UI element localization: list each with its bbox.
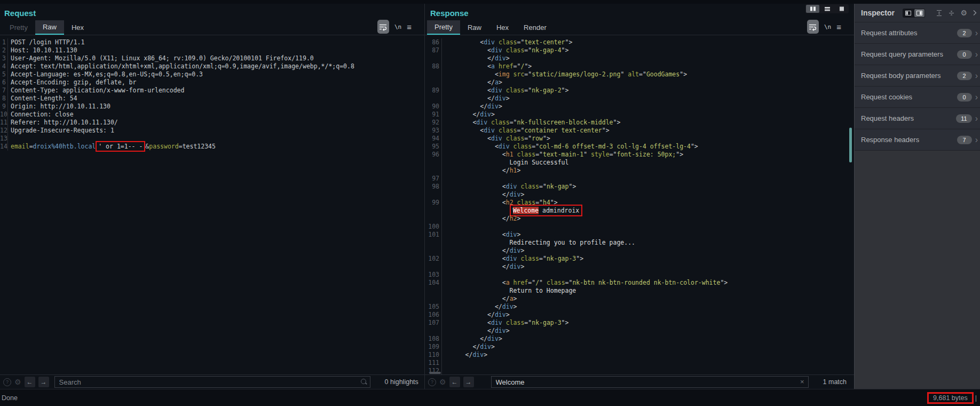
- line-number: 96: [425, 151, 442, 159]
- layout-single-button[interactable]: [835, 5, 848, 13]
- inspector-section-request-headers[interactable]: Request headers11›: [855, 108, 980, 129]
- tab-hex[interactable]: Hex: [489, 20, 516, 35]
- response-vertical-scrollbar-thumb[interactable]: [849, 128, 852, 162]
- response-tabbar: PrettyRawHexRender: [425, 20, 854, 35]
- tab-pretty[interactable]: Pretty: [2, 20, 35, 35]
- line-number: [425, 239, 442, 247]
- request-editor[interactable]: 1POST /login HTTP/1.12Host: 10.10.11.130…: [0, 35, 424, 374]
- code-line: </div>: [425, 263, 854, 271]
- search-next-button[interactable]: →: [38, 377, 49, 387]
- burp-repeater-view: Request PrettyRawHex \n ≡ 1POST /login H…: [0, 0, 980, 406]
- code-line: 103: [425, 271, 854, 279]
- code-line: 106 </div>: [425, 311, 854, 319]
- line-number: [425, 79, 442, 87]
- word-wrap-toggle-button[interactable]: [377, 20, 389, 34]
- code-line: 3User-Agent: Mozilla/5.0 (X11; Linux x86…: [0, 54, 424, 63]
- layout-columns-button[interactable]: [806, 5, 819, 13]
- expand-all-icon[interactable]: [936, 10, 943, 17]
- collapse-all-icon[interactable]: [948, 10, 955, 17]
- inspector-section-request-body-parameters[interactable]: Request body parameters2›: [855, 65, 980, 87]
- line-number: 92: [425, 119, 442, 127]
- search-help-icon[interactable]: ?: [3, 378, 11, 386]
- code-line: 6Accept-Encoding: gzip, deflate, br: [0, 79, 424, 87]
- line-number: 6: [0, 79, 8, 87]
- request-search-bar: ? ⚙ ← → 0 highlights: [0, 374, 424, 389]
- line-number: 110: [425, 351, 442, 359]
- code-line: 1POST /login HTTP/1.1: [0, 38, 424, 46]
- inspector-section-request-attributes[interactable]: Request attributes2›: [855, 22, 980, 44]
- line-number: [425, 159, 442, 167]
- annotation-red-box: ' or 1=1-- -: [96, 141, 145, 152]
- response-panel-title: Response: [430, 9, 469, 18]
- code-line: Welcome admindroix: [425, 207, 854, 215]
- tab-pretty[interactable]: Pretty: [427, 20, 460, 35]
- code-line: 10Connection: close: [0, 111, 424, 119]
- word-wrap-toggle-button[interactable]: [807, 20, 819, 34]
- line-number: 105: [425, 303, 442, 311]
- dock-left-button[interactable]: [903, 9, 913, 17]
- line-number: 9: [0, 103, 8, 111]
- code-line: 2Host: 10.10.11.130: [0, 46, 424, 54]
- show-newlines-toggle[interactable]: \n: [394, 24, 401, 30]
- code-line: 11Referer: http://10.10.11.130/: [0, 119, 424, 127]
- search-next-button[interactable]: →: [463, 377, 474, 387]
- search-settings-gear-icon[interactable]: ⚙: [14, 378, 21, 386]
- code-line: 97: [425, 175, 854, 183]
- code-line: 99 <h2 class="h4">: [425, 199, 854, 207]
- request-search-input[interactable]: [54, 376, 370, 388]
- tab-raw[interactable]: Raw: [35, 20, 64, 35]
- chevron-right-icon: ›: [975, 93, 978, 102]
- dock-right-button[interactable]: [914, 9, 924, 17]
- inspector-section-response-headers[interactable]: Response headers7›: [855, 129, 980, 151]
- search-magnifier-icon: [361, 379, 366, 384]
- response-horizontal-scrollbar-thumb[interactable]: [429, 372, 441, 374]
- response-search-wrap: ×: [491, 376, 809, 388]
- inspector-section-request-cookies[interactable]: Request cookies0›: [855, 87, 980, 108]
- chevron-right-icon: ›: [975, 114, 978, 123]
- code-line: 98 <div class="nk-gap">: [425, 183, 854, 191]
- line-number: [425, 215, 442, 223]
- tab-raw[interactable]: Raw: [460, 20, 489, 35]
- single-layout-icon: [839, 6, 845, 11]
- inspector-settings-gear-icon[interactable]: ⚙: [960, 9, 967, 17]
- code-line: 105 </div>: [425, 303, 854, 311]
- request-search-result: 0 highlights: [385, 378, 418, 386]
- inspector-section-label: Request body parameters: [861, 72, 957, 80]
- inspector-collapse-chevron-icon[interactable]: [973, 10, 977, 16]
- code-line: 7Content-Type: application/x-www-form-ur…: [0, 87, 424, 95]
- dock-right-icon: [916, 11, 922, 15]
- request-panel-title: Request: [4, 9, 36, 18]
- search-help-icon[interactable]: ?: [428, 378, 436, 386]
- code-line: 95 <div class="col-md-6 offset-md-3 col-…: [425, 143, 854, 151]
- inspector-section-label: Request attributes: [861, 29, 957, 37]
- layout-rows-button[interactable]: [820, 5, 834, 13]
- line-number: 107: [425, 319, 442, 327]
- line-number: 106: [425, 311, 442, 319]
- inspector-empty-area: [855, 151, 980, 389]
- response-editor[interactable]: 86 <div class="text-center">87 <div clas…: [425, 35, 854, 374]
- code-line: 102 <div class="nk-gap-3">: [425, 255, 854, 263]
- code-line: 100: [425, 223, 854, 231]
- response-search-input[interactable]: [491, 376, 809, 388]
- line-number: 10: [0, 111, 8, 119]
- show-newlines-toggle[interactable]: \n: [824, 24, 831, 30]
- editor-menu-icon[interactable]: ≡: [836, 23, 841, 31]
- request-search-wrap: [54, 376, 370, 388]
- line-number: 8: [0, 95, 8, 103]
- search-prev-button[interactable]: ←: [25, 377, 35, 387]
- inspector-section-request-query-parameters[interactable]: Request query parameters0›: [855, 44, 980, 65]
- search-clear-icon[interactable]: ×: [800, 378, 804, 386]
- tab-render[interactable]: Render: [516, 20, 554, 35]
- line-number: [425, 287, 442, 295]
- line-number: 90: [425, 103, 442, 111]
- inspector-title: Inspector: [861, 9, 903, 17]
- search-settings-gear-icon[interactable]: ⚙: [439, 378, 446, 386]
- code-line: 94 <div class="row">: [425, 135, 854, 143]
- editor-menu-icon[interactable]: ≡: [407, 23, 412, 31]
- line-number: 100: [425, 223, 442, 231]
- code-line: </div>: [425, 191, 854, 199]
- line-number: 13: [0, 135, 8, 143]
- search-prev-button[interactable]: ←: [449, 377, 460, 387]
- tab-hex[interactable]: Hex: [64, 20, 91, 35]
- request-editor-controls: \n ≡: [377, 19, 412, 34]
